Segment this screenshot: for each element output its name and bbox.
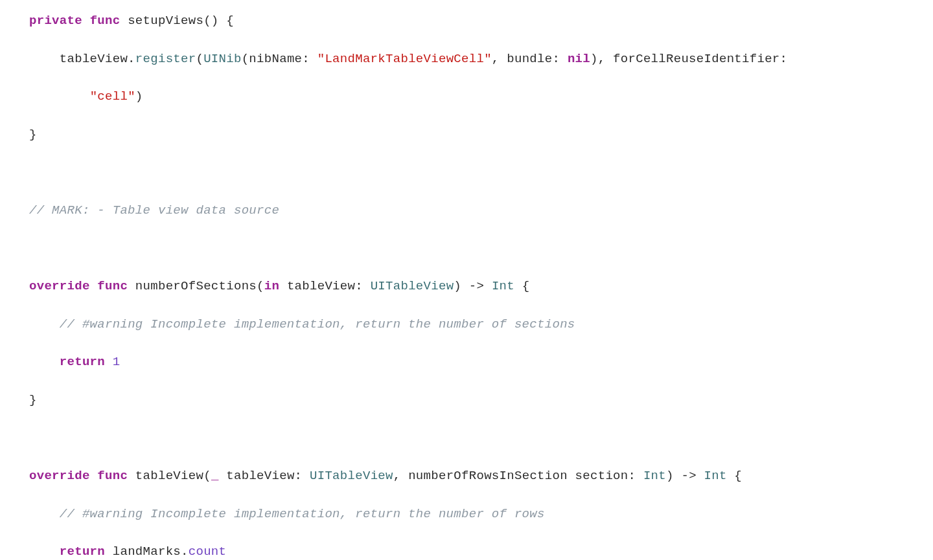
- token-plain: tableView:: [279, 279, 370, 293]
- token-plain: (: [196, 52, 203, 66]
- token-plain: tableView(: [128, 469, 211, 483]
- token-plain: , bundle:: [492, 52, 568, 66]
- token-plain: ) ->: [454, 279, 492, 293]
- token-plain: , numberOfRowsInSection section:: [393, 469, 643, 483]
- token-type: Int: [704, 469, 727, 483]
- token-kw: return: [60, 355, 105, 369]
- token-kw: func: [97, 469, 128, 483]
- token-kw: func: [90, 14, 121, 28]
- token-kw: func: [97, 279, 128, 293]
- token-type: UINib: [203, 52, 242, 66]
- token-plain: ), forCellReuseIdentifier:: [590, 52, 787, 66]
- token-plain: [29, 355, 60, 369]
- token-str: "cell": [90, 89, 135, 104]
- token-plain: ) ->: [666, 469, 704, 483]
- code-line[interactable]: override func tableView(_ tableView: UIT…: [29, 467, 904, 486]
- token-type: Int: [492, 279, 514, 293]
- token-plain: [90, 469, 98, 483]
- token-kw: in: [264, 279, 279, 293]
- code-line[interactable]: }: [29, 391, 904, 410]
- token-plain: setupViews() {: [120, 14, 234, 28]
- token-plain: [29, 544, 60, 559]
- token-plain: {: [514, 279, 529, 293]
- code-line[interactable]: [29, 429, 904, 448]
- token-plain: [105, 355, 113, 369]
- token-kw: override: [29, 469, 90, 483]
- token-plain: }: [29, 128, 37, 142]
- code-line[interactable]: // MARK: - Table view data source: [29, 201, 904, 220]
- token-plain: ): [135, 89, 143, 104]
- token-plain: [29, 89, 90, 104]
- code-line[interactable]: [29, 240, 904, 258]
- token-plain: numberOfSections(: [128, 279, 264, 293]
- token-plain: (nibName:: [242, 52, 317, 66]
- code-line[interactable]: tableView.register(UINib(nibName: "LandM…: [29, 50, 904, 69]
- token-plain: tableView:: [219, 469, 310, 483]
- code-editor[interactable]: private func setupViews() { tableView.re…: [0, 0, 933, 560]
- code-line[interactable]: override func numberOfSections(in tableV…: [29, 277, 904, 296]
- token-num: 1: [113, 355, 121, 369]
- token-plain: [29, 507, 60, 521]
- code-line[interactable]: "cell"): [29, 87, 904, 106]
- code-line[interactable]: // #warning Incomplete implementation, r…: [29, 505, 904, 524]
- token-plain: [90, 279, 98, 293]
- token-comment: // MARK: - Table view data source: [29, 203, 279, 218]
- token-type: UITableView: [310, 469, 393, 483]
- token-kw: return: [60, 544, 105, 559]
- token-plain: [82, 14, 90, 28]
- code-line[interactable]: [29, 163, 904, 182]
- code-line[interactable]: private func setupViews() {: [29, 12, 904, 30]
- code-line[interactable]: }: [29, 126, 904, 144]
- token-type: UITableView: [371, 279, 454, 293]
- token-param: count: [189, 544, 227, 559]
- code-line[interactable]: return landMarks.count: [29, 543, 904, 560]
- token-str: "LandMarkTableViewCell": [317, 52, 492, 66]
- token-plain: }: [29, 393, 37, 407]
- token-plain: {: [727, 469, 742, 483]
- token-plain: tableView.: [29, 52, 135, 66]
- token-kw: private: [29, 14, 82, 28]
- token-call: register: [135, 52, 196, 66]
- token-kw: nil: [568, 52, 590, 66]
- token-type: Int: [643, 469, 666, 483]
- token-plain: [29, 317, 60, 331]
- token-comment: // #warning Incomplete implementation, r…: [60, 507, 545, 521]
- token-comment: // #warning Incomplete implementation, r…: [60, 317, 575, 331]
- code-line[interactable]: return 1: [29, 353, 904, 372]
- token-kw: override: [29, 279, 90, 293]
- token-kw: _: [211, 469, 219, 483]
- token-plain: landMarks.: [105, 544, 189, 559]
- code-line[interactable]: // #warning Incomplete implementation, r…: [29, 315, 904, 334]
